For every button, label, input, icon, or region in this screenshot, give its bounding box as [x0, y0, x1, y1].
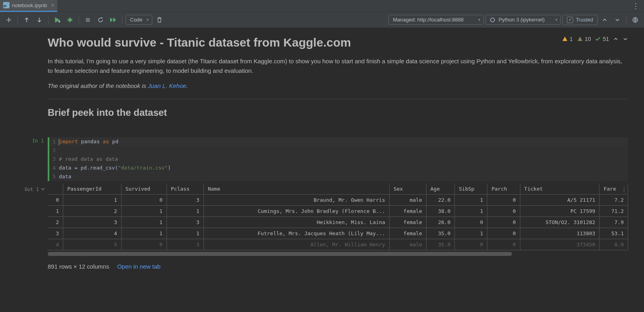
- line-number: 4: [49, 164, 59, 172]
- delete-cell-button[interactable]: [154, 14, 165, 25]
- collapse-up-button[interactable]: [599, 14, 610, 25]
- code-cell[interactable]: In 1 1import pandas as pd23# read data a…: [16, 137, 628, 181]
- table-cell: Futrelle, Mrs. Jacques Heath (Lily May..…: [204, 228, 389, 239]
- table-cell: PC 17599: [520, 206, 599, 217]
- column-header[interactable]: Sex: [389, 183, 426, 195]
- inspection-stats[interactable]: 1 10 51: [562, 36, 628, 42]
- divider: [48, 99, 628, 99]
- heading-1: Who would survive - Titanic dataset from…: [48, 36, 351, 49]
- server-value: Managed: http://localhost:8888: [393, 17, 464, 23]
- open-in-new-tab-link[interactable]: Open in new tab: [117, 263, 161, 270]
- table-cell: 0: [121, 239, 167, 250]
- table-cell: female: [389, 217, 426, 228]
- svg-rect-1: [59, 20, 60, 23]
- collapse-down-button[interactable]: [612, 14, 623, 25]
- chevron-down-icon: [41, 187, 45, 191]
- column-header[interactable]: Pclass: [167, 183, 204, 195]
- debug-cell-button[interactable]: [64, 14, 76, 25]
- column-header[interactable]: Parch: [487, 183, 520, 195]
- chevron-down-icon: ▾: [555, 18, 557, 22]
- cell-type-select[interactable]: Code ▾: [126, 15, 152, 25]
- table-cell: Cumings, Mrs. John Bradley (Florence B..…: [204, 206, 389, 217]
- text: .: [186, 82, 188, 89]
- table-row[interactable]: 2313Heikkinen, Miss. Lainafemale26.000ST…: [48, 217, 628, 228]
- table-cell: Braund, Mr. Owen Harris: [204, 195, 389, 206]
- table-row[interactable]: 3411Futrelle, Mrs. Jacques Heath (Lily M…: [48, 228, 628, 239]
- table-cell: 1: [48, 206, 63, 217]
- table-cell: 1: [455, 206, 487, 217]
- table-cell: 3: [63, 217, 121, 228]
- table-cell: 0: [487, 206, 520, 217]
- table-menu-icon[interactable]: ⋮: [621, 186, 627, 193]
- check-icon: [595, 36, 601, 42]
- warning-icon: [562, 36, 568, 42]
- scrollbar-thumb[interactable]: [48, 252, 512, 256]
- weak-warning-icon: [577, 36, 583, 42]
- chevron-down-icon: ▾: [478, 18, 480, 22]
- column-header[interactable]: Survived: [121, 183, 167, 195]
- table-row[interactable]: 4503Allen, Mr. William Henrymale35.00037…: [48, 239, 628, 250]
- column-header[interactable]: Ticket: [520, 183, 599, 195]
- table-cell: 53.1: [599, 228, 628, 239]
- code-line[interactable]: 2: [49, 146, 628, 155]
- tab-overflow-menu-icon[interactable]: ⋮: [627, 2, 644, 10]
- table-cell: 1: [121, 206, 167, 217]
- notebook-toolbar: Code ▾ Managed: http://localhost:8888 ▾ …: [0, 12, 644, 28]
- trusted-toggle[interactable]: ✓ Trusted: [563, 15, 597, 25]
- jupyter-server-select[interactable]: Managed: http://localhost:8888 ▾: [388, 15, 484, 25]
- file-tab[interactable]: IP notebook.ipynb ×: [0, 0, 57, 12]
- code-line[interactable]: 4data = pd.read_csv("data/train.csv"): [49, 164, 628, 172]
- restart-kernel-button[interactable]: [95, 14, 106, 25]
- table-cell: 5: [63, 239, 121, 250]
- notebook-content[interactable]: Who would survive - Titanic dataset from…: [0, 28, 644, 312]
- table-cell: 35.0: [426, 239, 454, 250]
- table-cell: 2: [48, 217, 63, 228]
- interrupt-kernel-button[interactable]: [82, 14, 93, 25]
- stat-warning-1: 1: [570, 36, 573, 42]
- move-cell-up-button[interactable]: [21, 14, 32, 25]
- ipynb-icon: IP: [3, 2, 10, 8]
- column-header[interactable]: Name: [204, 183, 389, 195]
- column-header[interactable]: Age: [426, 183, 454, 195]
- line-number: 1: [49, 137, 59, 146]
- run-cell-button[interactable]: [52, 14, 63, 25]
- table-row[interactable]: 0103Braund, Mr. Owen Harrismale22.010A/5…: [48, 195, 628, 206]
- open-in-browser-button[interactable]: [630, 14, 641, 25]
- out-label-text: Out 1: [25, 187, 39, 192]
- paragraph: In this tutorial, I'm going to use a ver…: [48, 57, 628, 76]
- heading-2: Brief peek into the dataset: [48, 107, 628, 118]
- horizontal-scrollbar[interactable]: [48, 252, 628, 256]
- kernel-select[interactable]: Python 3 (ipykernel) ▾: [485, 15, 561, 25]
- code-text: # read data as data: [59, 155, 118, 164]
- chevron-down-icon[interactable]: [623, 36, 628, 42]
- line-number: 3: [49, 155, 59, 164]
- stat-warning-2: 10: [585, 36, 591, 42]
- table-cell: 22.0: [426, 195, 454, 206]
- table-row[interactable]: 1211Cumings, Mrs. John Bradley (Florence…: [48, 206, 628, 217]
- run-all-button[interactable]: [108, 14, 119, 25]
- author-link[interactable]: Juan L. Kehoe: [148, 82, 186, 89]
- code-text: data: [59, 172, 71, 181]
- close-tab-icon[interactable]: ×: [51, 2, 54, 8]
- markdown-cell[interactable]: Who would survive - Titanic dataset from…: [16, 32, 628, 128]
- table-cell: 2: [63, 206, 121, 217]
- dataframe-output[interactable]: ⋮ PassengerIdSurvivedPclassNameSexAgeSib…: [48, 183, 628, 250]
- code-line[interactable]: 5data: [49, 172, 628, 181]
- column-header[interactable]: PassengerId: [63, 183, 121, 195]
- out-label[interactable]: Out 1: [16, 184, 48, 192]
- column-header[interactable]: [48, 183, 63, 195]
- code-line[interactable]: 3# read data as data: [49, 155, 628, 164]
- table-cell: 1: [121, 228, 167, 239]
- trusted-label: Trusted: [576, 17, 593, 23]
- code-text: data = pd.read_csv("data/train.csv"): [59, 164, 171, 172]
- cell-type-value: Code: [130, 17, 142, 23]
- move-cell-down-button[interactable]: [34, 14, 45, 25]
- table-cell: 0: [487, 239, 520, 250]
- code-line[interactable]: 1import pandas as pd: [49, 137, 628, 146]
- add-cell-button[interactable]: [3, 14, 14, 25]
- table-cell: 1: [167, 228, 204, 239]
- table-cell: Heikkinen, Miss. Laina: [204, 217, 389, 228]
- code-editor[interactable]: 1import pandas as pd23# read data as dat…: [48, 137, 628, 181]
- column-header[interactable]: SibSp: [455, 183, 487, 195]
- chevron-up-icon[interactable]: [613, 36, 619, 42]
